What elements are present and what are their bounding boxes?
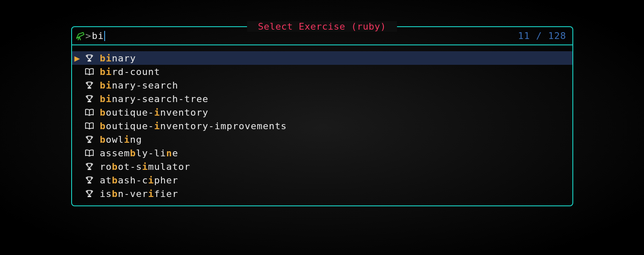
book-icon [85,148,100,158]
list-item-label: boutique-inventory-improvements [100,121,287,131]
trophy-icon [85,135,100,144]
telescope-icon [75,31,85,41]
trophy-icon [85,175,100,185]
selection-pointer-icon: ▶ [75,53,85,64]
list-item-label: atbash-cipher [100,175,178,186]
list-item-label: boutique-inventory [100,107,208,118]
picker-title: Select Exercise (ruby) [247,21,397,32]
result-counter: 11 / 128 [518,30,566,41]
trophy-icon [85,94,100,103]
list-item[interactable]: atbash-cipher [72,173,572,187]
trophy-icon [85,189,100,198]
search-input[interactable]: bi [92,30,104,41]
trophy-icon [85,162,100,171]
list-item-label: robot-simulator [100,161,191,172]
list-item[interactable]: isbn-verifier [72,187,572,200]
list-item[interactable]: bowling [72,133,572,146]
book-icon [85,121,100,130]
list-item-label: bird-count [100,67,160,77]
list-item-label: assembly-line [100,148,178,158]
trophy-icon [85,80,100,90]
list-item[interactable]: ▶binary [72,51,572,65]
book-icon [85,108,100,117]
list-item[interactable]: assembly-line [72,146,572,160]
list-item-label: binary-search-tree [100,94,208,104]
text-cursor [104,31,105,41]
trophy-icon [85,53,100,63]
list-item[interactable]: robot-simulator [72,160,572,173]
svg-line-1 [79,36,80,39]
list-item[interactable]: boutique-inventory-improvements [72,119,572,133]
list-item-label: bowling [100,134,142,145]
prompt-caret: > [86,30,91,41]
fuzzy-picker: Select Exercise (ruby) > bi 11 / 128 ▶bi… [71,26,573,206]
list-item[interactable]: bird-count [72,65,572,78]
list-item[interactable]: binary-search [72,78,572,92]
list-item-label: binary [100,53,136,64]
list-item[interactable]: boutique-inventory [72,105,572,119]
list-item-label: binary-search [100,80,178,91]
list-item-label: isbn-verifier [100,188,178,199]
list-item[interactable]: binary-search-tree [72,92,572,105]
results-list: ▶binarybird-countbinary-searchbinary-sea… [72,45,572,205]
book-icon [85,67,100,76]
